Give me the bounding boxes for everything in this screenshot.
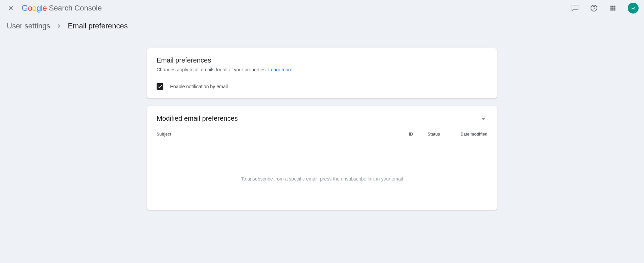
table-header-row: Subject ID Status Date modified	[147, 132, 497, 142]
col-date: Date modified	[440, 132, 487, 137]
help-button[interactable]	[587, 1, 601, 15]
modified-preferences-card: Modified email preferences Subject ID St…	[147, 106, 497, 210]
enable-notification-checkbox[interactable]	[157, 83, 163, 90]
product-logo[interactable]: Google Search Console	[22, 3, 102, 13]
breadcrumb: User settings Email preferences	[0, 16, 644, 40]
learn-more-link[interactable]: Learn more	[268, 67, 293, 72]
card-subtitle: Changes apply to all emails for all of y…	[157, 67, 487, 72]
col-status: Status	[413, 132, 440, 137]
account-avatar[interactable]: R	[628, 3, 639, 14]
google-logo-icon: Google	[22, 3, 47, 13]
filter-icon	[480, 115, 487, 122]
card-title: Email preferences	[157, 56, 487, 64]
checkbox-label: Enable notification by email	[170, 84, 228, 89]
card-title: Modified email preferences	[157, 115, 238, 122]
col-id: ID	[393, 132, 413, 137]
apps-button[interactable]	[606, 1, 620, 15]
avatar-letter: R	[631, 5, 635, 11]
close-button[interactable]	[7, 4, 15, 12]
filter-button[interactable]	[479, 114, 487, 122]
chevron-right-icon	[55, 23, 62, 29]
apps-icon	[609, 4, 617, 12]
feedback-button[interactable]	[568, 1, 582, 15]
product-name: Search Console	[49, 4, 102, 13]
check-icon	[157, 84, 163, 89]
col-subject: Subject	[157, 132, 393, 137]
help-icon	[590, 4, 598, 12]
email-preferences-card: Email preferences Changes apply to all e…	[147, 48, 497, 98]
feedback-icon	[571, 4, 579, 12]
breadcrumb-parent[interactable]: User settings	[7, 22, 50, 30]
empty-state-message: To unsubscribe from a specific email, pr…	[157, 142, 487, 202]
breadcrumb-current: Email preferences	[68, 22, 128, 30]
subtitle-text: Changes apply to all emails for all of y…	[157, 67, 268, 72]
